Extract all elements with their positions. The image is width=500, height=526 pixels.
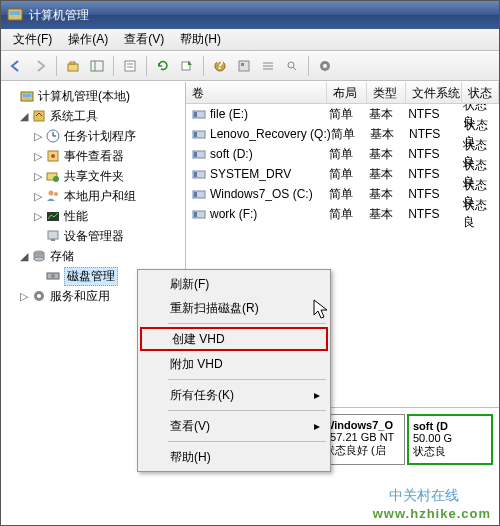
disk-partition-box[interactable]: soft (D50.00 G状态良 xyxy=(407,414,493,465)
tree-systools[interactable]: ◢系统工具 xyxy=(3,106,183,126)
menu-action[interactable]: 操作(A) xyxy=(60,29,116,50)
refresh-button[interactable] xyxy=(152,55,174,77)
volume-row[interactable]: Lenovo_Recovery (Q:)简单基本NTFS状态良 xyxy=(186,124,499,144)
window-title: 计算机管理 xyxy=(29,7,89,24)
tree-shared[interactable]: ▷共享文件夹 xyxy=(3,166,183,186)
settings-button[interactable] xyxy=(233,55,255,77)
ctx-all-tasks[interactable]: 所有任务(K)▸ xyxy=(140,383,328,407)
options-button[interactable] xyxy=(314,55,336,77)
up-button[interactable] xyxy=(62,55,84,77)
show-hide-button[interactable] xyxy=(86,55,108,77)
svg-rect-1 xyxy=(10,11,20,15)
col-fs[interactable]: 文件系统 xyxy=(406,82,462,103)
properties-button[interactable] xyxy=(119,55,141,77)
svg-point-42 xyxy=(37,294,41,298)
app-icon xyxy=(7,7,23,23)
svg-rect-4 xyxy=(91,61,103,71)
volume-row[interactable]: work (F:)简单基本NTFS状态良 xyxy=(186,204,499,224)
svg-rect-3 xyxy=(70,62,75,64)
context-menu: 刷新(F) 重新扫描磁盘(R) 创建 VHD 附加 VHD 所有任务(K)▸ 查… xyxy=(137,269,331,472)
title-bar: 计算机管理 xyxy=(1,1,499,29)
svg-rect-44 xyxy=(194,112,197,117)
svg-rect-50 xyxy=(194,172,197,177)
svg-point-31 xyxy=(49,191,54,196)
tree-devmgr[interactable]: 设备管理器 xyxy=(3,226,183,246)
tree-perf[interactable]: ▷性能 xyxy=(3,206,183,226)
menu-bar: 文件(F) 操作(A) 查看(V) 帮助(H) xyxy=(1,29,499,51)
col-type[interactable]: 类型 xyxy=(367,82,406,103)
svg-line-18 xyxy=(293,67,296,70)
svg-rect-46 xyxy=(194,132,197,137)
volume-row[interactable]: soft (D:)简单基本NTFS状态良 xyxy=(186,144,499,164)
back-button[interactable] xyxy=(5,55,27,77)
svg-rect-13 xyxy=(241,63,244,66)
svg-point-32 xyxy=(54,192,58,196)
tree-tasksched[interactable]: ▷任务计划程序 xyxy=(3,126,183,146)
ctx-create-vhd[interactable]: 创建 VHD xyxy=(140,327,328,351)
svg-rect-54 xyxy=(194,212,197,217)
volume-list-header: 卷 布局 类型 文件系统 状态 xyxy=(186,82,499,104)
export-button[interactable] xyxy=(176,55,198,77)
svg-point-38 xyxy=(34,257,44,261)
ctx-refresh[interactable]: 刷新(F) xyxy=(140,272,328,296)
forward-button[interactable] xyxy=(29,55,51,77)
svg-rect-48 xyxy=(194,152,197,157)
col-layout[interactable]: 布局 xyxy=(327,82,366,103)
ctx-rescan[interactable]: 重新扫描磁盘(R) xyxy=(140,296,328,320)
volume-row[interactable]: Windows7_OS (C:)简单基本NTFS状态良 xyxy=(186,184,499,204)
col-volume[interactable]: 卷 xyxy=(186,82,327,103)
find-button[interactable] xyxy=(281,55,303,77)
ctx-attach-vhd[interactable]: 附加 VHD xyxy=(140,352,328,376)
help-button[interactable]: ? xyxy=(209,55,231,77)
svg-rect-52 xyxy=(194,192,197,197)
ctx-help[interactable]: 帮助(H) xyxy=(140,445,328,469)
watermark-brand: 中关村在线 xyxy=(389,487,459,505)
svg-point-30 xyxy=(53,176,59,182)
toolbar: ? xyxy=(1,51,499,81)
tree-root[interactable]: 计算机管理(本地) xyxy=(3,86,183,106)
tree-storage[interactable]: ◢存储 xyxy=(3,246,183,266)
tree-eventvwr[interactable]: ▷事件查看器 xyxy=(3,146,183,166)
svg-rect-22 xyxy=(23,94,31,97)
svg-rect-35 xyxy=(51,239,55,241)
col-status[interactable]: 状态 xyxy=(462,82,499,103)
menu-view[interactable]: 查看(V) xyxy=(116,29,172,50)
svg-point-40 xyxy=(51,274,55,278)
volume-row[interactable]: file (E:)简单基本NTFS状态良 xyxy=(186,104,499,124)
list-button[interactable] xyxy=(257,55,279,77)
tree-localusers[interactable]: ▷本地用户和组 xyxy=(3,186,183,206)
disk-partition-box[interactable]: Windows7_O157.21 GB NT状态良好 (启 xyxy=(319,414,405,465)
watermark-url: www.hzhike.com xyxy=(373,506,491,521)
svg-point-28 xyxy=(51,154,55,158)
menu-file[interactable]: 文件(F) xyxy=(5,29,60,50)
svg-rect-6 xyxy=(125,61,135,71)
svg-rect-2 xyxy=(68,64,78,71)
ctx-view[interactable]: 查看(V)▸ xyxy=(140,414,328,438)
volume-row[interactable]: SYSTEM_DRV简单基本NTFS状态良 xyxy=(186,164,499,184)
svg-rect-34 xyxy=(48,231,58,239)
menu-help[interactable]: 帮助(H) xyxy=(172,29,229,50)
svg-text:?: ? xyxy=(216,59,223,72)
svg-point-20 xyxy=(323,64,327,68)
